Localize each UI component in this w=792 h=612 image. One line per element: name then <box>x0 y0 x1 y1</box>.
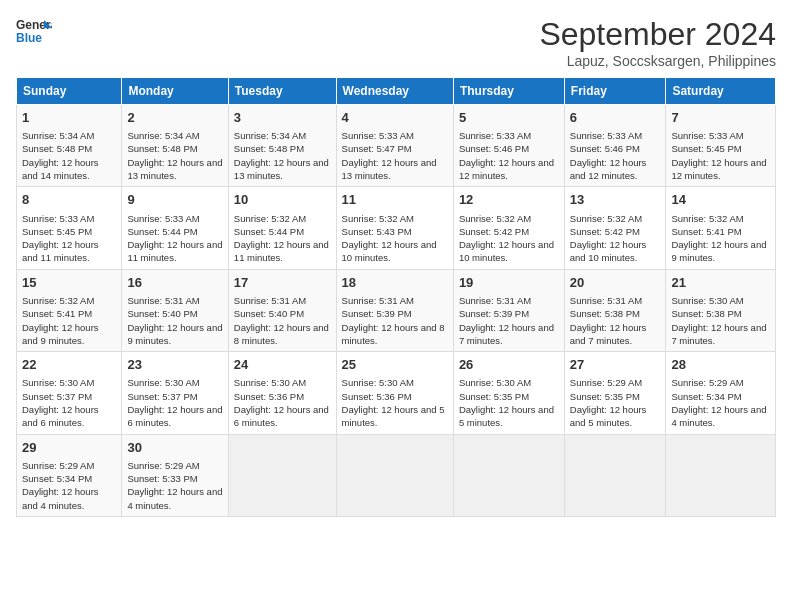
daylight-text: Daylight: 12 hours and 14 minutes. <box>22 157 99 181</box>
sunset-text: Sunset: 5:42 PM <box>570 226 640 237</box>
daylight-text: Daylight: 12 hours and 12 minutes. <box>570 157 647 181</box>
sunset-text: Sunset: 5:48 PM <box>234 143 304 154</box>
sunrise-text: Sunrise: 5:33 AM <box>22 213 94 224</box>
daylight-text: Daylight: 12 hours and 6 minutes. <box>22 404 99 428</box>
day-number: 26 <box>459 356 559 374</box>
sunset-text: Sunset: 5:44 PM <box>234 226 304 237</box>
sunset-text: Sunset: 5:48 PM <box>22 143 92 154</box>
sunrise-text: Sunrise: 5:33 AM <box>127 213 199 224</box>
calendar-row: 8Sunrise: 5:33 AMSunset: 5:45 PMDaylight… <box>17 187 776 269</box>
logo-icon: General Blue <box>16 16 52 44</box>
table-row: 10Sunrise: 5:32 AMSunset: 5:44 PMDayligh… <box>228 187 336 269</box>
daylight-text: Daylight: 12 hours and 13 minutes. <box>342 157 437 181</box>
daylight-text: Daylight: 12 hours and 5 minutes. <box>459 404 554 428</box>
sunset-text: Sunset: 5:33 PM <box>127 473 197 484</box>
sunrise-text: Sunrise: 5:34 AM <box>127 130 199 141</box>
sunrise-text: Sunrise: 5:32 AM <box>671 213 743 224</box>
daylight-text: Daylight: 12 hours and 6 minutes. <box>127 404 222 428</box>
page-title: September 2024 <box>539 16 776 53</box>
sunset-text: Sunset: 5:45 PM <box>671 143 741 154</box>
day-number: 21 <box>671 274 770 292</box>
day-number: 29 <box>22 439 116 457</box>
sunset-text: Sunset: 5:36 PM <box>342 391 412 402</box>
daylight-text: Daylight: 12 hours and 10 minutes. <box>342 239 437 263</box>
daylight-text: Daylight: 12 hours and 9 minutes. <box>22 322 99 346</box>
daylight-text: Daylight: 12 hours and 12 minutes. <box>459 157 554 181</box>
table-row: 16Sunrise: 5:31 AMSunset: 5:40 PMDayligh… <box>122 269 228 351</box>
day-number: 14 <box>671 191 770 209</box>
daylight-text: Daylight: 12 hours and 6 minutes. <box>234 404 329 428</box>
daylight-text: Daylight: 12 hours and 11 minutes. <box>127 239 222 263</box>
daylight-text: Daylight: 12 hours and 9 minutes. <box>671 239 766 263</box>
table-row: 12Sunrise: 5:32 AMSunset: 5:42 PMDayligh… <box>453 187 564 269</box>
sunrise-text: Sunrise: 5:31 AM <box>127 295 199 306</box>
sunset-text: Sunset: 5:35 PM <box>570 391 640 402</box>
daylight-text: Daylight: 12 hours and 13 minutes. <box>234 157 329 181</box>
sunset-text: Sunset: 5:34 PM <box>671 391 741 402</box>
table-row: 23Sunrise: 5:30 AMSunset: 5:37 PMDayligh… <box>122 352 228 434</box>
sunrise-text: Sunrise: 5:32 AM <box>234 213 306 224</box>
daylight-text: Daylight: 12 hours and 10 minutes. <box>459 239 554 263</box>
sunrise-text: Sunrise: 5:32 AM <box>22 295 94 306</box>
sunrise-text: Sunrise: 5:30 AM <box>671 295 743 306</box>
logo: General Blue <box>16 16 52 44</box>
table-row <box>564 434 666 516</box>
col-friday: Friday <box>564 78 666 105</box>
sunset-text: Sunset: 5:37 PM <box>127 391 197 402</box>
sunrise-text: Sunrise: 5:29 AM <box>22 460 94 471</box>
daylight-text: Daylight: 12 hours and 4 minutes. <box>671 404 766 428</box>
table-row: 11Sunrise: 5:32 AMSunset: 5:43 PMDayligh… <box>336 187 453 269</box>
day-number: 6 <box>570 109 661 127</box>
table-row <box>453 434 564 516</box>
sunrise-text: Sunrise: 5:34 AM <box>234 130 306 141</box>
sunrise-text: Sunrise: 5:33 AM <box>342 130 414 141</box>
day-number: 9 <box>127 191 222 209</box>
day-number: 13 <box>570 191 661 209</box>
sunset-text: Sunset: 5:41 PM <box>22 308 92 319</box>
daylight-text: Daylight: 12 hours and 5 minutes. <box>570 404 647 428</box>
day-number: 24 <box>234 356 331 374</box>
daylight-text: Daylight: 12 hours and 8 minutes. <box>234 322 329 346</box>
table-row: 24Sunrise: 5:30 AMSunset: 5:36 PMDayligh… <box>228 352 336 434</box>
sunrise-text: Sunrise: 5:29 AM <box>671 377 743 388</box>
calendar-table: Sunday Monday Tuesday Wednesday Thursday… <box>16 77 776 517</box>
table-row <box>666 434 776 516</box>
col-thursday: Thursday <box>453 78 564 105</box>
daylight-text: Daylight: 12 hours and 8 minutes. <box>342 322 445 346</box>
calendar-row: 1Sunrise: 5:34 AMSunset: 5:48 PMDaylight… <box>17 105 776 187</box>
sunrise-text: Sunrise: 5:32 AM <box>342 213 414 224</box>
table-row <box>228 434 336 516</box>
table-row: 15Sunrise: 5:32 AMSunset: 5:41 PMDayligh… <box>17 269 122 351</box>
table-row: 20Sunrise: 5:31 AMSunset: 5:38 PMDayligh… <box>564 269 666 351</box>
sunset-text: Sunset: 5:46 PM <box>570 143 640 154</box>
svg-text:Blue: Blue <box>16 31 42 44</box>
table-row: 22Sunrise: 5:30 AMSunset: 5:37 PMDayligh… <box>17 352 122 434</box>
table-row: 14Sunrise: 5:32 AMSunset: 5:41 PMDayligh… <box>666 187 776 269</box>
sunset-text: Sunset: 5:39 PM <box>342 308 412 319</box>
sunrise-text: Sunrise: 5:31 AM <box>234 295 306 306</box>
col-monday: Monday <box>122 78 228 105</box>
sunset-text: Sunset: 5:36 PM <box>234 391 304 402</box>
day-number: 15 <box>22 274 116 292</box>
table-row: 25Sunrise: 5:30 AMSunset: 5:36 PMDayligh… <box>336 352 453 434</box>
daylight-text: Daylight: 12 hours and 11 minutes. <box>234 239 329 263</box>
daylight-text: Daylight: 12 hours and 10 minutes. <box>570 239 647 263</box>
day-number: 5 <box>459 109 559 127</box>
table-row: 1Sunrise: 5:34 AMSunset: 5:48 PMDaylight… <box>17 105 122 187</box>
table-row: 17Sunrise: 5:31 AMSunset: 5:40 PMDayligh… <box>228 269 336 351</box>
day-number: 10 <box>234 191 331 209</box>
table-row: 8Sunrise: 5:33 AMSunset: 5:45 PMDaylight… <box>17 187 122 269</box>
col-saturday: Saturday <box>666 78 776 105</box>
table-row: 18Sunrise: 5:31 AMSunset: 5:39 PMDayligh… <box>336 269 453 351</box>
daylight-text: Daylight: 12 hours and 12 minutes. <box>671 157 766 181</box>
sunset-text: Sunset: 5:38 PM <box>570 308 640 319</box>
day-number: 11 <box>342 191 448 209</box>
day-number: 20 <box>570 274 661 292</box>
sunrise-text: Sunrise: 5:33 AM <box>570 130 642 141</box>
day-number: 19 <box>459 274 559 292</box>
sunrise-text: Sunrise: 5:30 AM <box>234 377 306 388</box>
daylight-text: Daylight: 12 hours and 5 minutes. <box>342 404 445 428</box>
sunrise-text: Sunrise: 5:30 AM <box>22 377 94 388</box>
sunset-text: Sunset: 5:37 PM <box>22 391 92 402</box>
calendar-row: 15Sunrise: 5:32 AMSunset: 5:41 PMDayligh… <box>17 269 776 351</box>
